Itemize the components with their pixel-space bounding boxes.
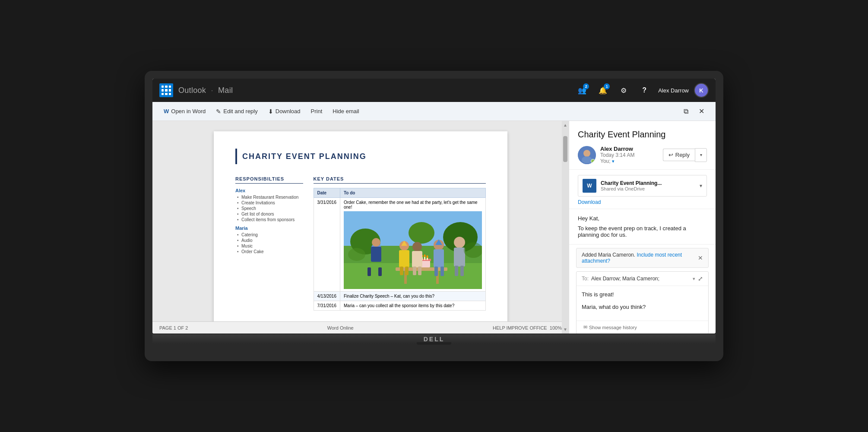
print-label: Print <box>311 108 323 114</box>
attachment-card[interactable]: W Charity Event Planning... Shared via O… <box>578 175 707 197</box>
vertical-scrollbar[interactable]: ▲ ▼ <box>562 121 569 321</box>
attachment-download-link[interactable]: Download <box>578 198 707 206</box>
notifications-button[interactable]: 🔔 1 <box>594 82 611 99</box>
table-header-date: Date <box>314 188 340 198</box>
svg-rect-32 <box>434 249 444 267</box>
user-avatar[interactable]: K <box>694 83 709 98</box>
waffle-button[interactable] <box>159 83 173 97</box>
table-row: 3/31/2016 Order Cake, remember the one w… <box>314 198 486 292</box>
sender-to: You; ▾ <box>600 158 659 164</box>
title-actions: 👥 2 🔔 1 ⚙ ? Alex Darrow K <box>573 82 709 99</box>
notification-text: Added Maria Cameron. Include most recent… <box>582 252 698 264</box>
print-button[interactable]: Print <box>307 106 327 117</box>
attachment-area: W Charity Event Planning... Shared via O… <box>569 170 716 209</box>
notification-close-button[interactable]: ✕ <box>698 254 703 261</box>
compose-to-label: To: <box>582 276 589 282</box>
compose-to-row: To: Alex Darrow; Maria Cameron; ▾ ⤢ <box>577 272 708 286</box>
compose-expand-button[interactable]: ⤢ <box>698 275 703 282</box>
chevron-down-icon: ▾ <box>700 152 702 157</box>
doc-status-bar: PAGE 1 OF 2 Word Online HELP IMPROVE OFF… <box>152 321 569 334</box>
email-body: Hey Kat, To keep the event prep on track… <box>569 209 716 245</box>
email-greeting: Hey Kat, <box>578 215 707 222</box>
laptop-notch <box>417 342 451 345</box>
svg-rect-24 <box>400 267 403 275</box>
doc-blue-bar <box>235 149 237 164</box>
close-button[interactable]: ✕ <box>694 105 709 118</box>
attachment-source: Shared via OneDrive <box>601 186 695 191</box>
open-in-word-button[interactable]: W Open in Word <box>159 106 210 117</box>
main-content: CHARITY EVENT PLANNING RESPONSIBILTIES A… <box>152 121 716 334</box>
help-button[interactable]: ? <box>636 82 653 99</box>
restore-button[interactable]: ⧉ <box>679 105 693 118</box>
compose-line2: Maria, what do you think? <box>582 303 703 312</box>
svg-point-18 <box>372 238 380 247</box>
doc-columns: RESPONSIBILTIES Alex Make Restaurant Res… <box>235 176 486 311</box>
svg-rect-37 <box>454 248 465 267</box>
compose-area: To: Alex Darrow; Maria Cameron; ▾ ⤢ This… <box>576 271 709 334</box>
edit-and-reply-button[interactable]: ✎ Edit and reply <box>212 106 262 117</box>
email-message: To keep the event prep on track, I creat… <box>578 225 707 238</box>
sender-name: Alex Darrow <box>600 146 659 152</box>
app-title: Outlook · Mail <box>178 86 568 95</box>
doc-scroll-area[interactable]: CHARITY EVENT PLANNING RESPONSIBILTIES A… <box>152 121 569 321</box>
task-item: Get list of donors <box>235 212 303 216</box>
task-item: Audio <box>235 238 303 243</box>
edit-icon: ✎ <box>216 108 221 115</box>
task-item: Speech <box>235 206 303 211</box>
settings-button[interactable]: ⚙ <box>615 82 632 99</box>
online-indicator <box>591 159 595 163</box>
doc-viewer: CHARITY EVENT PLANNING RESPONSIBILTIES A… <box>152 121 569 334</box>
party-image <box>344 211 482 289</box>
svg-rect-33 <box>434 267 438 276</box>
show-history-label: Show message history <box>589 325 637 330</box>
attachment-expand-icon[interactable]: ▾ <box>700 183 702 189</box>
person-maria-name: Maria <box>235 226 303 231</box>
recipients-expand-icon: ▾ <box>693 276 695 282</box>
table-cell-task: Finalize Charity Speech – Kat, can you d… <box>340 292 486 301</box>
table-row: 7/31/2016 Maria – can you collect all th… <box>314 301 486 311</box>
key-dates-title: KEY DATES <box>314 176 486 184</box>
doc-title-row: CHARITY EVENT PLANNING <box>235 149 486 164</box>
doc-page: CHARITY EVENT PLANNING RESPONSIBILTIES A… <box>214 131 507 321</box>
svg-rect-25 <box>405 267 409 275</box>
username-label: Alex Darrow <box>658 87 689 94</box>
key-dates-col: KEY DATES Date To do <box>314 176 486 311</box>
reply-dropdown-button[interactable]: ▾ <box>695 148 707 162</box>
table-header-todo: To do <box>340 188 486 198</box>
download-button[interactable]: ⬇ Download <box>264 106 305 117</box>
envelope-icon: ✉ <box>583 324 587 330</box>
email-header: Charity Event Planning <box>569 121 716 170</box>
reply-btn-group: ↩ Reply ▾ <box>663 148 707 162</box>
table-cell-date: 3/31/2016 <box>314 198 340 292</box>
compose-body[interactable]: This is great! Maria, what do you think? <box>577 286 708 321</box>
scroll-thumb[interactable] <box>563 136 567 162</box>
svg-point-43 <box>583 150 590 157</box>
help-text: HELP IMPROVE OFFICE 100% <box>493 325 562 330</box>
table-cell-task: Maria – can you collect all the sponsor … <box>340 301 486 311</box>
compose-recipients[interactable]: Alex Darrow; Maria Cameron; <box>591 276 690 282</box>
hide-email-button[interactable]: Hide email <box>328 106 363 117</box>
show-message-history-button[interactable]: ✉ Show message history <box>582 324 639 331</box>
compose-footer: ✉ Show message history <box>577 321 708 334</box>
svg-rect-39 <box>460 266 464 276</box>
svg-point-41 <box>464 242 482 258</box>
person-alex: Alex Make Restaurant Reservation Create … <box>235 188 303 222</box>
svg-rect-19 <box>371 247 381 262</box>
word-icon: W <box>164 108 169 114</box>
word-attachment-icon: W <box>583 179 596 193</box>
svg-rect-38 <box>455 266 458 276</box>
sender-info: Alex Darrow Today 3:14 AM You; ▾ <box>600 146 659 164</box>
people-button[interactable]: 👥 2 <box>573 82 591 99</box>
compose-line1: This is great! <box>582 290 703 299</box>
table-cell-date: 7/31/2016 <box>314 301 340 311</box>
responsibilities-title: RESPONSIBILTIES <box>235 176 303 184</box>
reply-button[interactable]: ↩ Reply <box>663 149 695 161</box>
attachment-info: Charity Event Planning... Shared via One… <box>601 180 695 191</box>
doc-main-title: CHARITY EVENT PLANNING <box>242 152 367 161</box>
task-item: Collect items from sponsors <box>235 217 303 222</box>
svg-rect-29 <box>413 267 416 275</box>
svg-point-4 <box>409 222 434 244</box>
download-icon: ⬇ <box>268 108 273 115</box>
table-cell-date: 4/13/2016 <box>314 292 340 301</box>
app-name: Word Online <box>327 325 354 330</box>
